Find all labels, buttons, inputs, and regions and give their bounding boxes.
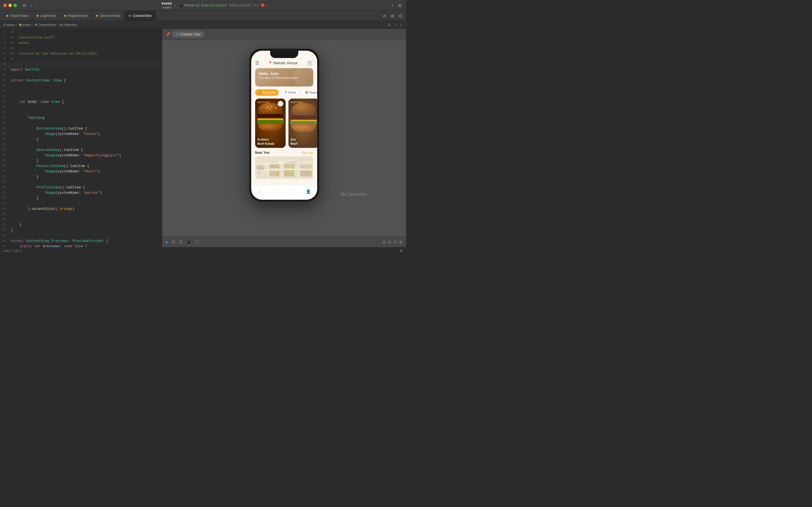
error-badge: 🔴 1 <box>261 3 267 7</box>
bottom-toolbar-left: ● ⊞ ⊟ 📱 ⓘ <box>165 239 199 244</box>
preview-pane: 📌 🖥 Content View ☰ <box>162 29 406 247</box>
svg-text:Artcaffe: Artcaffe <box>257 172 261 173</box>
code-line-36: 36 <box>0 217 162 223</box>
bun-bottom <box>258 123 283 131</box>
code-line-22: 22 <box>0 142 162 148</box>
zoom-custom-icon[interactable]: ⊞ <box>399 240 403 244</box>
chip-fastfood[interactable]: 🍔 Fast Food <box>255 89 278 96</box>
svg-rect-10 <box>284 164 295 168</box>
close-button[interactable] <box>3 4 7 7</box>
breadcrumb-root[interactable]: ◈ essen <box>3 23 15 26</box>
breadcrumb-separator: › <box>16 22 17 27</box>
warning-icon[interactable]: ⚠ <box>386 22 392 27</box>
map-placeholder[interactable]: Westgate Shopping Mall Artcaffe Centre C… <box>255 156 313 179</box>
food-card-heart-button[interactable]: ♡ <box>278 101 283 107</box>
nav-home[interactable]: ⌂ <box>257 188 260 194</box>
split-editor-icon[interactable]: ⇄ <box>382 13 388 18</box>
code-line-3: 3// essen <box>0 41 162 46</box>
svg-text:Westgate: Westgate <box>257 167 262 168</box>
breadcrumb-file[interactable]: ◆ ContentView <box>35 23 56 26</box>
grid-view-icon[interactable]: ⊟ <box>179 239 183 244</box>
status-bar-right: ⊞ <box>400 249 403 252</box>
breadcrumb-text: essen <box>7 23 15 26</box>
inspector-toggle-icon[interactable]: ⊞ <box>172 239 175 244</box>
layout-toggle-icon[interactable]: ⊞ <box>397 3 403 8</box>
breadcrumb-separator: › <box>57 22 58 27</box>
code-line-33: 33 <box>0 201 162 207</box>
code-line-30: 30 ProfileView().tabItem { <box>0 185 162 190</box>
warning-badge: ⚠ 2 <box>253 3 259 7</box>
see-map-link[interactable]: See map <box>302 151 313 154</box>
burger-seeds <box>260 105 281 113</box>
vegan-chip-icon: 🌿 <box>305 91 308 94</box>
tab-searchview[interactable]: ◆ SearchView <box>2 11 33 20</box>
drinks-chip-icon: 🥤 <box>284 91 287 94</box>
chip-vegan[interactable]: 🌿 Vegan <box>302 89 317 96</box>
minimize-button[interactable] <box>8 4 12 7</box>
code-line-12: 12 <box>0 89 162 94</box>
swift-icon: ◆ <box>96 14 98 17</box>
live-preview-icon[interactable]: ● <box>165 239 168 244</box>
pin-button[interactable]: 📌 <box>165 32 170 37</box>
zoom-fit-icon[interactable]: ⊙ <box>388 240 391 244</box>
code-line-34: 34 }.accentColor(.orange) <box>0 207 162 212</box>
phone-preview-container: ☰ 📍 Nairobi, Kenya 🛒 Hello, John Y <box>162 40 406 236</box>
back-icon[interactable]: ‹ <box>29 3 33 8</box>
hero-greeting: Hello, John <box>259 71 309 76</box>
svg-rect-8 <box>269 165 280 168</box>
preview-bottom-toolbar: ● ⊞ ⊟ 📱 ⓘ ⊕ ⊙ ⊖ ⊞ <box>162 236 406 247</box>
breadcrumb-separator: › <box>32 22 34 27</box>
code-line-6: 6// <box>0 57 162 62</box>
food-card-2[interactable]: Fast Food AraBeef <box>289 99 317 148</box>
bun-top-2 <box>292 103 315 115</box>
swift-file-icon: 🖥 <box>175 33 179 36</box>
location-text: Nairobi, Kenya <box>273 61 297 65</box>
code-line-10: 10 struct ContentView: View { <box>0 78 162 83</box>
tab-contentview[interactable]: ◆ ContentView <box>124 11 156 20</box>
breadcrumb-folder[interactable]: ▣ essen <box>19 23 31 26</box>
hero-banner: Hello, John You have 23 discounted ticke… <box>255 68 313 87</box>
code-editor[interactable]: 1// 2// ContentView.swift 3// essen 4// … <box>0 29 162 247</box>
code-line-13: 13 <box>0 94 162 100</box>
info-icon[interactable]: ⓘ <box>195 239 199 244</box>
maximize-button[interactable] <box>13 4 17 7</box>
add-tab-button[interactable]: + <box>390 3 395 8</box>
status-icon[interactable]: ⊞ <box>400 249 403 252</box>
sidebar-toggle-icon[interactable]: ⊟ <box>21 3 27 8</box>
device-icon[interactable]: 📱 <box>186 239 191 244</box>
food-card-1[interactable]: Fast Food ♡ ArabianBeef Kebab <box>255 99 286 148</box>
cart-icon[interactable]: 🛒 <box>307 60 313 66</box>
title-bar: ⊟ ‹ › essen master › 📱 iPhone 12 Build S… <box>0 0 406 11</box>
nav-profile[interactable]: 👤 <box>306 189 311 194</box>
chip-drinks[interactable]: 🥤 Drinks <box>281 89 299 96</box>
bottom-toolbar-right: ⊕ ⊙ ⊖ ⊞ <box>382 240 403 244</box>
chevron-left-icon[interactable]: ‹ <box>394 22 398 27</box>
code-line-8: 8 import SwiftUI <box>0 67 162 73</box>
swift-icon: ◆ <box>6 14 8 17</box>
zoom-out-icon[interactable]: ⊖ <box>394 240 397 244</box>
zoom-in-icon[interactable]: ⊕ <box>382 240 386 244</box>
code-line-26: 26 FavouriteView().tabItem { <box>0 164 162 169</box>
status-bar-text: Line: 7 Col: 1 <box>3 249 22 252</box>
forward-icon[interactable]: › <box>35 3 39 8</box>
tab-label: DiscoverView <box>100 14 120 18</box>
nav-search[interactable]: ⌕ <box>273 188 276 194</box>
food-cards-row: Fast Food ♡ ArabianBeef Kebab <box>251 99 317 148</box>
tab-discoverview[interactable]: ◆ DiscoverView <box>92 11 124 20</box>
tab-loginview[interactable]: ◆ LoginView <box>33 11 60 20</box>
location-pin-icon: 📍 <box>268 61 272 65</box>
code-line-37: 37 } <box>0 223 162 228</box>
tab-label: ContentView <box>133 14 152 18</box>
layout-icon[interactable]: ⊟ <box>398 13 403 18</box>
chevron-right-icon[interactable]: › <box>399 22 403 27</box>
svg-text:Cafe Kar...: Cafe Kar... <box>301 167 306 168</box>
code-line-11: 11 <box>0 83 162 89</box>
near-you-title: Near You <box>255 151 270 155</box>
tab-registerview[interactable]: ◆ RegisterView <box>60 11 92 20</box>
preview-label: Content View <box>181 33 200 36</box>
content-view-button[interactable]: 🖥 Content View <box>172 31 204 38</box>
inspector-icon[interactable]: ⊞ <box>390 13 395 18</box>
nav-heart[interactable]: ♡ <box>289 188 293 194</box>
code-lines: 1// 2// ContentView.swift 3// essen 4// … <box>0 29 162 247</box>
menu-icon[interactable]: ☰ <box>255 60 259 66</box>
